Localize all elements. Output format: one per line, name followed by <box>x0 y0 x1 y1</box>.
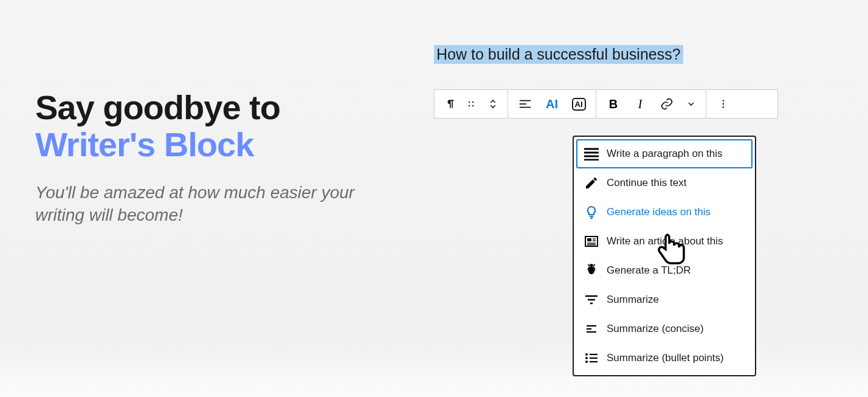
bold-button[interactable]: B <box>600 93 627 115</box>
toolbar-group-format: B I <box>596 90 706 118</box>
headline-line2: Writer's Block <box>35 127 400 163</box>
kebab-icon <box>718 98 729 109</box>
editor-toolbar: AI AI B I <box>434 89 778 119</box>
menu-item-write-paragraph[interactable]: Write a paragraph on this <box>576 139 753 168</box>
ai-text-icon: AI <box>546 97 558 111</box>
menu-item-summarize[interactable]: Summarize <box>576 285 753 314</box>
lines-icon <box>584 146 599 162</box>
svg-point-0 <box>469 102 470 103</box>
svg-point-30 <box>585 353 588 356</box>
menu-item-write-article[interactable]: Write an article about this <box>576 227 753 256</box>
menu-item-tldr[interactable]: Generate a TL;DR <box>576 256 753 285</box>
svg-point-34 <box>585 361 588 363</box>
svg-point-32 <box>585 357 588 359</box>
paragraph-button[interactable] <box>438 93 460 115</box>
svg-point-23 <box>593 266 594 267</box>
bold-icon: B <box>609 97 618 111</box>
svg-point-8 <box>723 103 725 105</box>
lobster-icon <box>584 263 599 278</box>
svg-point-3 <box>472 105 474 106</box>
svg-point-22 <box>590 266 591 267</box>
menu-item-generate-ideas[interactable]: Generate ideas on this <box>576 198 753 227</box>
toolbar-group-more <box>706 90 740 118</box>
ai-box-button[interactable]: AI <box>565 93 592 115</box>
menu-item-label: Generate a TL;DR <box>607 264 691 277</box>
svg-point-1 <box>472 102 474 103</box>
link-icon <box>660 97 673 111</box>
svg-point-2 <box>469 105 470 106</box>
menu-item-label: Write an article about this <box>607 235 723 247</box>
pilcrow-icon <box>443 98 455 110</box>
selected-text[interactable]: How to build a successful business? <box>434 45 683 64</box>
italic-icon: I <box>638 97 642 111</box>
marketing-copy: Say goodbye to Writer's Block You'll be … <box>35 90 400 227</box>
ai-text-button[interactable]: AI <box>539 93 565 115</box>
link-button[interactable] <box>653 93 680 115</box>
ai-actions-menu: Write a paragraph on this Continue this … <box>573 136 756 376</box>
menu-item-label: Generate ideas on this <box>607 206 711 218</box>
bullet-list-icon <box>584 350 599 366</box>
editor-preview: How to build a successful business? AI A… <box>434 45 778 119</box>
newspaper-icon <box>584 233 599 249</box>
more-format-button[interactable] <box>680 93 702 115</box>
menu-item-summarize-concise[interactable]: Summarize (concise) <box>576 314 753 343</box>
menu-item-continue[interactable]: Continue this text <box>576 168 753 198</box>
menu-item-label: Summarize (bullet points) <box>607 352 724 364</box>
toolbar-group-block <box>435 90 508 118</box>
drag-handle-button[interactable] <box>460 93 482 115</box>
align-left-icon <box>518 98 532 109</box>
subheadline: You'll be amazed at how much easier your… <box>35 181 400 227</box>
toolbar-group-ai: AI AI <box>508 90 596 118</box>
ai-box-icon: AI <box>572 98 586 111</box>
headline-line1: Say goodbye to <box>35 90 400 126</box>
chevron-down-icon <box>686 99 696 109</box>
move-button[interactable] <box>482 93 504 115</box>
filter-icon <box>584 292 599 308</box>
menu-item-label: Summarize <box>607 294 659 306</box>
svg-point-9 <box>723 106 725 108</box>
align-button[interactable] <box>512 93 539 115</box>
short-lines-icon <box>584 321 599 337</box>
menu-item-label: Continue this text <box>607 177 686 189</box>
pencil-icon <box>584 175 599 191</box>
drag-icon <box>466 98 477 109</box>
italic-button[interactable]: I <box>627 93 653 115</box>
menu-item-label: Write a paragraph on this <box>607 148 723 160</box>
lightbulb-icon <box>584 204 599 220</box>
kebab-button[interactable] <box>710 93 737 115</box>
svg-point-7 <box>723 100 725 102</box>
menu-item-summarize-bullets[interactable]: Summarize (bullet points) <box>576 343 753 373</box>
chevron-up-down-icon <box>487 97 498 111</box>
menu-item-label: Summarize (concise) <box>607 323 704 335</box>
svg-rect-17 <box>587 238 591 241</box>
